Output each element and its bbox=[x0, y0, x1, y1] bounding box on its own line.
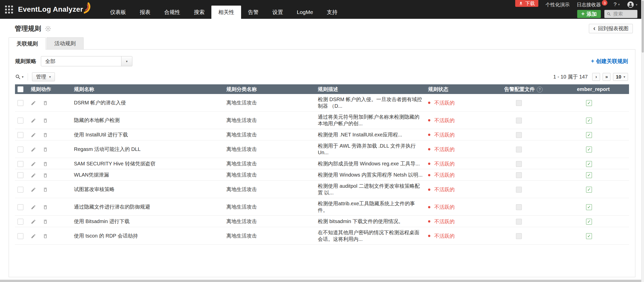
ember-report-checkbox[interactable]: ✓ bbox=[586, 187, 592, 193]
delete-icon[interactable] bbox=[43, 205, 48, 210]
delete-icon[interactable] bbox=[43, 118, 48, 123]
alert-profile-checkbox[interactable] bbox=[516, 172, 522, 178]
delete-icon[interactable] bbox=[43, 161, 48, 167]
table-toolbar: ▾ 管理 ▾ 1 - 10 属于 147 › » 10 ▾ bbox=[9, 72, 635, 84]
apps-grid-icon[interactable] bbox=[5, 6, 13, 13]
delete-icon[interactable] bbox=[43, 219, 48, 224]
delete-icon[interactable] bbox=[43, 187, 48, 192]
delete-icon[interactable] bbox=[43, 100, 48, 106]
personalize-demo-link[interactable]: 个性化演示 bbox=[545, 2, 570, 8]
page-title: 管理规则 bbox=[15, 24, 41, 33]
ember-report-checkbox[interactable]: ✓ bbox=[586, 100, 592, 106]
ember-report-checkbox[interactable]: ✓ bbox=[586, 219, 592, 225]
row-checkbox[interactable] bbox=[18, 147, 23, 152]
select-all-header[interactable] bbox=[15, 84, 28, 94]
app-logo[interactable]: EventLog Analyzer bbox=[18, 0, 91, 19]
select-all-checkbox[interactable] bbox=[18, 86, 23, 92]
edit-icon[interactable] bbox=[31, 233, 36, 239]
delete-icon[interactable] bbox=[43, 147, 48, 152]
row-checkbox[interactable] bbox=[18, 204, 23, 210]
download-label: 下载 bbox=[525, 0, 535, 7]
download-button[interactable]: 下载 bbox=[515, 0, 538, 7]
topbar-search[interactable] bbox=[604, 10, 637, 18]
alert-profile-checkbox[interactable] bbox=[516, 100, 522, 106]
delete-icon[interactable] bbox=[43, 173, 48, 178]
row-checkbox[interactable] bbox=[18, 187, 23, 193]
alert-profile-checkbox[interactable] bbox=[516, 219, 522, 225]
add-button[interactable]: + 添加 bbox=[577, 10, 601, 18]
edit-icon[interactable] bbox=[31, 205, 36, 210]
edit-icon[interactable] bbox=[31, 187, 36, 192]
rule-policy-select[interactable]: 全部 ▾ bbox=[41, 56, 132, 66]
column-header-alert-profile[interactable]: 告警配置文件? bbox=[502, 84, 574, 94]
nav-item-correlation[interactable]: 相关性 bbox=[211, 6, 241, 19]
row-checkbox[interactable] bbox=[18, 161, 23, 167]
help-circle-icon[interactable]: ? bbox=[537, 87, 543, 92]
status-dot-icon bbox=[428, 102, 430, 104]
help-menu[interactable]: ? ▾ bbox=[614, 1, 620, 7]
edit-icon[interactable] bbox=[31, 132, 36, 138]
row-checkbox[interactable] bbox=[18, 233, 23, 239]
tab-active-rules[interactable]: 活动规则 bbox=[46, 37, 84, 49]
log-receiver-link[interactable]: 日志接收器 3 bbox=[577, 2, 601, 8]
nav-item-dashboard[interactable]: 仪表板 bbox=[103, 6, 133, 19]
nav-item-compliance[interactable]: 合规性 bbox=[157, 6, 187, 19]
alert-profile-checkbox[interactable] bbox=[516, 187, 522, 193]
edit-icon[interactable] bbox=[31, 118, 36, 123]
select-caret-button[interactable]: ▾ bbox=[121, 56, 132, 66]
scrollbar[interactable] bbox=[641, 0, 644, 282]
row-checkbox[interactable] bbox=[18, 100, 23, 106]
ember-report-checkbox[interactable]: ✓ bbox=[586, 172, 592, 178]
row-checkbox[interactable] bbox=[18, 118, 23, 123]
ember-report-checkbox[interactable]: ✓ bbox=[586, 147, 592, 152]
advanced-search-button[interactable]: ▾ bbox=[15, 74, 24, 80]
delete-icon[interactable] bbox=[43, 132, 48, 138]
column-header-description[interactable]: 规则描述 bbox=[315, 84, 426, 94]
topbar-actions: + 添加 bbox=[577, 10, 637, 18]
row-checkbox[interactable] bbox=[18, 132, 23, 138]
user-avatar[interactable]: ▾ bbox=[627, 1, 637, 8]
nav-item-alerts[interactable]: 告警 bbox=[241, 6, 265, 19]
edit-icon[interactable] bbox=[31, 147, 36, 152]
last-page-button[interactable]: » bbox=[603, 73, 610, 81]
ember-report-checkbox[interactable]: ✓ bbox=[586, 118, 592, 123]
next-page-button[interactable]: › bbox=[592, 73, 600, 81]
delete-icon[interactable] bbox=[43, 233, 48, 239]
search-input[interactable] bbox=[613, 11, 635, 17]
chevron-down-icon: ▾ bbox=[49, 75, 51, 79]
alert-profile-checkbox[interactable] bbox=[516, 204, 522, 210]
ember-report-checkbox[interactable]: ✓ bbox=[586, 204, 592, 210]
nav-item-reports[interactable]: 报表 bbox=[133, 6, 157, 19]
edit-icon[interactable] bbox=[31, 100, 36, 106]
manage-dropdown-button[interactable]: 管理 ▾ bbox=[32, 72, 55, 81]
ember-report-checkbox[interactable]: ✓ bbox=[586, 132, 592, 138]
column-header-name[interactable]: 规则名称 bbox=[71, 84, 224, 94]
page-size-select[interactable]: 10 ▾ bbox=[613, 73, 628, 81]
edit-icon[interactable] bbox=[31, 219, 36, 224]
alert-profile-checkbox[interactable] bbox=[516, 132, 522, 138]
nav-item-search[interactable]: 搜索 bbox=[187, 6, 211, 19]
alert-profile-checkbox[interactable] bbox=[516, 118, 522, 123]
column-header-category[interactable]: 规则分类名称 bbox=[224, 84, 315, 94]
row-checkbox[interactable] bbox=[18, 219, 23, 225]
column-header-actions[interactable]: 规则动作 bbox=[28, 84, 71, 94]
rules-table-body: DSRM 帐户的潜在入侵 离地生活攻击 检测 DSRM 帐户的入侵。一旦攻击者拥… bbox=[15, 94, 629, 244]
create-correlation-rule-link[interactable]: + 创建关联规则 bbox=[591, 58, 628, 65]
edit-icon[interactable] bbox=[31, 173, 36, 178]
column-header-status[interactable]: 规则状态 bbox=[426, 84, 502, 94]
scrollbar-thumb[interactable] bbox=[642, 1, 644, 53]
edit-icon[interactable] bbox=[31, 161, 36, 167]
back-to-reports-button[interactable]: ‹ 回到报表视图 bbox=[589, 24, 633, 33]
alert-profile-checkbox[interactable] bbox=[516, 147, 522, 152]
ember-report-checkbox[interactable]: ✓ bbox=[586, 233, 592, 239]
row-checkbox[interactable] bbox=[18, 172, 23, 178]
column-header-ember-report[interactable]: ember_report bbox=[574, 84, 629, 94]
alert-profile-checkbox[interactable] bbox=[516, 233, 522, 239]
nav-item-logme[interactable]: LogMe bbox=[290, 6, 320, 19]
settings-gear-icon[interactable] bbox=[45, 25, 51, 32]
alert-profile-checkbox[interactable] bbox=[516, 161, 522, 167]
tab-correlation-rules[interactable]: 关联规则 bbox=[9, 37, 46, 50]
ember-report-checkbox[interactable]: ✓ bbox=[586, 161, 592, 167]
nav-item-support[interactable]: 支持 bbox=[320, 6, 344, 19]
nav-item-settings[interactable]: 设置 bbox=[265, 6, 290, 19]
